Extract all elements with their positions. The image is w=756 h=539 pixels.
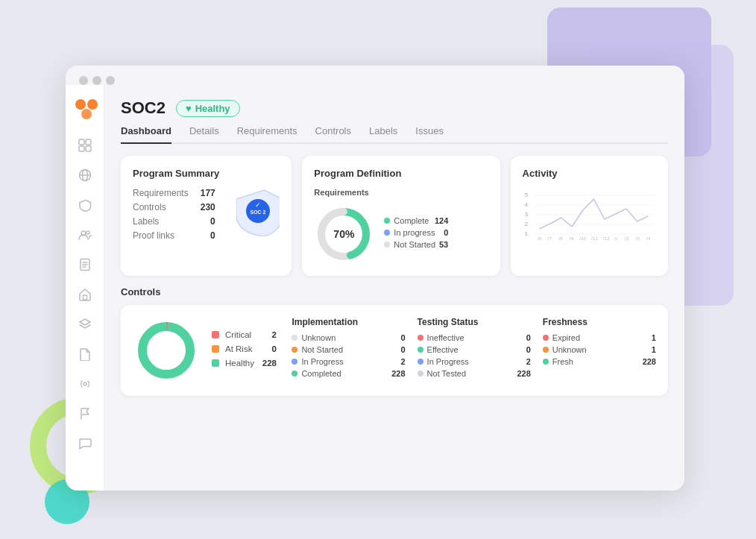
window-dot-3 <box>106 76 115 85</box>
sidebar-icon-file[interactable] <box>77 346 93 362</box>
page-header: SOC2 ♥ Healthy <box>121 98 668 118</box>
svg-text:3: 3 <box>524 210 528 217</box>
svg-rect-4 <box>86 139 91 145</box>
test-effective-dot <box>418 347 423 353</box>
sidebar-icon-antenna[interactable] <box>77 376 93 392</box>
definition-legend: Complete 124 In progress 0 Not Started <box>384 216 448 252</box>
fresh-fresh: Fresh 228 <box>543 357 656 366</box>
tab-requirements[interactable]: Requirements <box>237 125 297 144</box>
sidebar-icon-flag[interactable] <box>77 406 93 422</box>
program-summary-card: Program Summary Requirements 177 Control… <box>121 156 292 276</box>
program-definition-card: Program Definition Requirements <box>302 156 500 276</box>
svg-text:/3: /3 <box>635 236 640 240</box>
test-effective: Effective 0 <box>418 345 531 354</box>
legend-dot-inprogress <box>384 230 390 236</box>
svg-text:/6: /6 <box>538 236 542 240</box>
svg-text:1: 1 <box>524 230 528 236</box>
top-cards-row: Program Summary Requirements 177 Control… <box>121 156 668 276</box>
sidebar <box>66 85 104 491</box>
impl-notstarted-dot <box>292 347 297 353</box>
test-nottested-dot <box>418 371 423 376</box>
legend-critical: Critical 2 <box>210 330 277 340</box>
main-window: SOC2 ♥ Healthy Dashboard Details Require… <box>66 66 684 491</box>
impl-completed: Completed 228 <box>292 369 405 378</box>
fresh-expired: Expired 1 <box>543 333 656 342</box>
program-definition-sublabel: Requirements <box>314 188 488 197</box>
svg-point-1 <box>87 99 98 110</box>
tab-details[interactable]: Details <box>189 125 219 144</box>
sidebar-icon-shield[interactable] <box>77 197 93 213</box>
svg-point-45 <box>142 327 190 374</box>
sidebar-icon-document[interactable] <box>77 256 93 273</box>
legend-dot-notstarted <box>384 242 390 248</box>
svg-text:2: 2 <box>524 220 528 227</box>
svg-text:/12: /12 <box>602 236 610 240</box>
svg-text:/4: /4 <box>646 236 651 240</box>
freshness-title: Freshness <box>543 317 656 327</box>
activity-card: Activity 5 4 3 2 1 <box>511 156 668 276</box>
program-summary-title: Program Summary <box>133 168 280 179</box>
impl-notstarted: Not Started 0 <box>292 345 405 354</box>
legend-inprogress: In progress 0 <box>384 228 448 237</box>
controls-stats: Implementation Unknown 0 Not Started 0 <box>292 317 656 381</box>
activity-chart: 5 4 3 2 1 /6 <box>523 188 656 240</box>
impl-unknown: Unknown 0 <box>292 333 405 342</box>
legend-complete: Complete 124 <box>384 216 448 225</box>
fresh-expired-dot <box>543 335 549 341</box>
controls-section-title: Controls <box>121 286 668 297</box>
impl-completed-dot <box>292 371 297 376</box>
svg-text:/11: /11 <box>591 236 599 240</box>
summary-rows: Requirements 177 Controls 230 Labels 0 <box>133 188 215 245</box>
svg-text:/9: /9 <box>569 236 573 240</box>
impl-unknown-dot <box>292 335 297 341</box>
svg-rect-47 <box>212 331 219 338</box>
svg-text:SOC 2: SOC 2 <box>251 209 266 215</box>
status-label: Healthy <box>195 103 230 114</box>
legend-dot-complete <box>384 218 390 224</box>
test-inprogress: In Progress 2 <box>418 357 531 366</box>
svg-text:/10: /10 <box>579 236 587 240</box>
sidebar-icon-globe[interactable] <box>77 167 93 183</box>
window-dot-1 <box>79 76 88 85</box>
title-bar <box>66 66 684 85</box>
implementation-title: Implementation <box>292 317 405 327</box>
controls-donut <box>133 317 200 384</box>
controls-card: Critical 2 At Risk 0 H <box>121 305 668 396</box>
activity-title: Activity <box>523 168 656 179</box>
sidebar-icon-users[interactable] <box>77 227 93 243</box>
tab-controls[interactable]: Controls <box>315 125 351 144</box>
test-ineffective: Ineffective 0 <box>418 333 531 342</box>
controls-donut-section: Critical 2 At Risk 0 H <box>133 317 278 384</box>
test-inprogress-dot <box>418 359 423 365</box>
summary-row-proof: Proof links 0 <box>133 230 215 241</box>
legend-healthy: Healthy 228 <box>210 358 277 368</box>
tab-labels[interactable]: Labels <box>369 125 397 144</box>
impl-inprogress: In Progress 2 <box>292 357 405 366</box>
logo[interactable] <box>73 97 97 118</box>
tab-dashboard[interactable]: Dashboard <box>121 125 171 144</box>
fresh-fresh-dot <box>543 359 549 365</box>
svg-point-2 <box>81 109 92 119</box>
svg-rect-5 <box>79 146 84 151</box>
summary-row-requirements: Requirements 177 <box>133 188 215 198</box>
fresh-unknown: Unknown 1 <box>543 345 656 354</box>
svg-point-11 <box>86 231 89 234</box>
freshness-block: Freshness Expired 1 Unknown 1 <box>543 317 656 381</box>
program-definition-title: Program Definition <box>314 168 488 179</box>
svg-rect-49 <box>212 359 219 367</box>
svg-text:/2: /2 <box>624 236 629 240</box>
test-ineffective-dot <box>418 335 423 341</box>
sidebar-icon-chat[interactable] <box>77 435 93 452</box>
sidebar-icon-grid[interactable] <box>77 137 93 154</box>
testing-title: Testing Status <box>418 317 531 327</box>
svg-text:/1: /1 <box>614 236 618 240</box>
svg-rect-48 <box>212 345 219 353</box>
tab-issues[interactable]: Issues <box>415 125 444 144</box>
nav-tabs: Dashboard Details Requirements Controls … <box>121 125 668 144</box>
sidebar-icon-home[interactable] <box>77 286 93 303</box>
healthy-icon: ♥ <box>186 103 192 114</box>
main-content: SOC2 ♥ Healthy Dashboard Details Require… <box>104 85 684 491</box>
sidebar-icon-layers[interactable] <box>77 316 93 332</box>
svg-text:✓: ✓ <box>255 201 261 209</box>
svg-text:5: 5 <box>524 191 528 198</box>
